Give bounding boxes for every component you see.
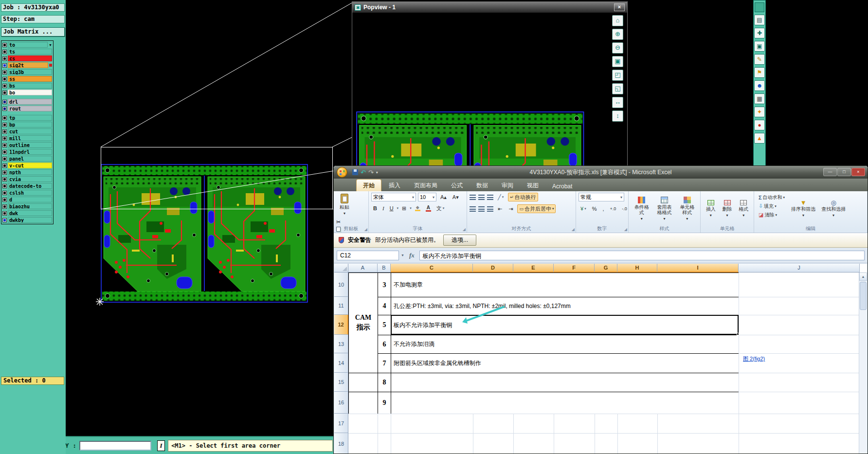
redo-icon[interactable]: ↷ — [368, 169, 374, 176]
name-box-dropdown-icon[interactable]: ▼ — [401, 254, 404, 257]
grow-font-icon[interactable]: A▴ — [438, 193, 449, 201]
increase-decimal-icon[interactable]: +.0 — [608, 204, 618, 213]
layer-checkbox[interactable] — [2, 211, 7, 216]
zoom-out-icon[interactable]: ⊖ — [612, 42, 623, 54]
fig2-link[interactable]: 图 2(fig2) — [743, 355, 765, 363]
security-options-button[interactable]: 选项... — [443, 235, 476, 246]
merge-center-button[interactable]: ▭合并后居中▾ — [517, 204, 556, 213]
layer-row-11npdrl[interactable]: 11npdrl — [2, 148, 53, 155]
cell-item-number[interactable]: 3 — [378, 272, 391, 297]
row-header-13[interactable]: 13 — [334, 335, 348, 353]
name-box[interactable]: C12 — [337, 251, 399, 260]
worksheet[interactable]: A B C D E F G H I J 10 11 12 13 14 15 16… — [334, 264, 867, 454]
fill-color-icon[interactable]: ◆ — [413, 204, 422, 213]
cell-instruction[interactable]: 附图箭头区域按非金属化铣槽制作 — [391, 353, 739, 373]
cut-icon[interactable]: ✂ — [336, 219, 366, 225]
highlight-tool-icon[interactable]: ✦ — [754, 107, 765, 117]
cell-instruction[interactable]: 不允许添加泪滴 — [391, 335, 739, 353]
layer-row-datecode-to[interactable]: datecode-to — [2, 182, 53, 189]
formula-input[interactable]: 板内不允许添加平衡铜 — [419, 251, 865, 260]
column-header-d[interactable]: D — [473, 264, 513, 272]
layer-checkbox[interactable] — [2, 63, 7, 68]
layer-row-ts[interactable]: ts — [2, 48, 53, 55]
layer-checkbox[interactable] — [2, 184, 7, 188]
row-header-11[interactable]: 11 — [334, 297, 348, 315]
merged-cell-cam-label[interactable]: CAM指示 — [348, 272, 378, 373]
popview-close-button[interactable]: × — [614, 3, 625, 11]
row-header-17[interactable]: 17 — [334, 414, 348, 433]
layer-checkbox[interactable] — [2, 204, 7, 209]
tab-review[interactable]: 审阅 — [495, 180, 520, 191]
column-header-b[interactable]: B — [378, 264, 391, 272]
column-header-j[interactable]: J — [739, 264, 860, 272]
accounting-format-icon[interactable]: ¥▾ — [579, 204, 588, 213]
scroll-up-icon[interactable]: ▲ — [859, 272, 867, 281]
save-icon[interactable] — [352, 169, 358, 175]
fit-view-icon[interactable]: ▣ — [612, 56, 623, 67]
align-center-icon[interactable] — [478, 206, 485, 212]
align-middle-icon[interactable] — [478, 195, 485, 200]
row-header-12[interactable]: 12 — [334, 315, 348, 335]
dialog-launcher-icon[interactable]: ◢ — [572, 228, 575, 232]
layer-checkbox[interactable] — [2, 218, 7, 222]
layer-checkbox[interactable] — [2, 177, 7, 182]
info-button[interactable]: I — [157, 440, 165, 451]
conditional-formatting-button[interactable]: 条件格式▾ — [631, 193, 652, 225]
tab-view[interactable]: 视图 — [521, 180, 545, 191]
dropdown-icon[interactable]: ▼ — [49, 43, 52, 47]
layer-checkbox[interactable] — [2, 143, 7, 147]
align-right-icon[interactable] — [487, 206, 493, 212]
cell-instruction[interactable] — [391, 392, 739, 414]
pan-vertical-icon[interactable]: ↕ — [612, 110, 623, 122]
layer-row-mill[interactable]: mill — [2, 135, 53, 142]
tab-home[interactable]: 开始 — [356, 179, 381, 191]
align-top-icon[interactable] — [470, 195, 476, 200]
layer-row-d[interactable]: d — [2, 196, 53, 203]
format-cells-button[interactable]: 格式▾ — [736, 193, 751, 225]
pan-topleft-icon[interactable]: ◰ — [612, 70, 623, 81]
vertical-scrollbar[interactable]: ▲ — [859, 272, 867, 454]
tab-formulas[interactable]: 公式 — [445, 180, 469, 191]
layer-row-bp[interactable]: bp — [2, 121, 53, 128]
flag-tool-icon[interactable]: ⚑ — [754, 67, 765, 78]
dialog-launcher-icon[interactable]: ◢ — [624, 228, 627, 232]
popview-canvas[interactable]: ⌂ ⊕ ⊖ ▣ ◰ ◱ ↔ ↕ — [352, 13, 627, 167]
office-button-icon[interactable] — [337, 167, 347, 178]
xy-input[interactable] — [79, 441, 151, 451]
comma-style-icon[interactable]: , — [600, 204, 606, 213]
home-icon[interactable]: ⌂ — [612, 15, 623, 26]
layer-row-biaozhu[interactable]: biaozhu — [2, 203, 53, 210]
increase-indent-icon[interactable]: ⇥ — [506, 204, 515, 213]
cell-a15[interactable] — [348, 373, 378, 392]
layer-row-cut[interactable]: cut — [2, 128, 53, 135]
layer-row-cslsh[interactable]: cslsh — [2, 189, 53, 196]
column-header-g[interactable]: G — [595, 264, 617, 272]
tab-insert[interactable]: 插入 — [382, 180, 407, 191]
layer-checkbox[interactable] — [2, 198, 7, 202]
cell-item-number[interactable]: 7 — [378, 353, 391, 373]
column-header-i[interactable]: I — [657, 264, 739, 272]
paste-button[interactable]: 粘贴▾ — [336, 193, 353, 217]
layer-row-v-cut[interactable]: v-cut — [2, 162, 53, 169]
column-header-a[interactable]: A — [348, 264, 378, 272]
font-name-select[interactable]: 宋体▾ — [371, 193, 416, 201]
layer-row-bo[interactable]: bo — [2, 89, 53, 96]
layer-checkbox[interactable] — [2, 43, 7, 47]
insert-cells-button[interactable]: 插入▾ — [703, 193, 719, 225]
layer-checkbox[interactable] — [2, 91, 7, 95]
minimize-button[interactable]: — — [823, 168, 837, 176]
clear-button[interactable]: ◪清除▾ — [757, 211, 787, 218]
copy-icon[interactable] — [336, 227, 341, 232]
sort-filter-button[interactable]: ▼ 排序和筛选▾ — [790, 193, 817, 225]
maximize-button[interactable]: □ — [837, 168, 851, 176]
decrease-decimal-icon[interactable]: -.0 — [620, 204, 629, 213]
layer-checkbox[interactable] — [2, 150, 7, 154]
row-header-15[interactable]: 15 — [334, 373, 348, 392]
layer-checkbox[interactable] — [2, 123, 7, 127]
layer-row-bs[interactable]: bs — [2, 82, 53, 89]
layer-row-to[interactable]: to▼ — [2, 41, 53, 48]
layer-row-sig3b[interactable]: sig3b — [2, 69, 53, 75]
layer-row-ss[interactable]: ss — [2, 75, 53, 82]
format-as-table-button[interactable]: 套用表格格式▾ — [653, 193, 676, 225]
layer-row-sig2t[interactable]: sig2t — [2, 62, 53, 69]
